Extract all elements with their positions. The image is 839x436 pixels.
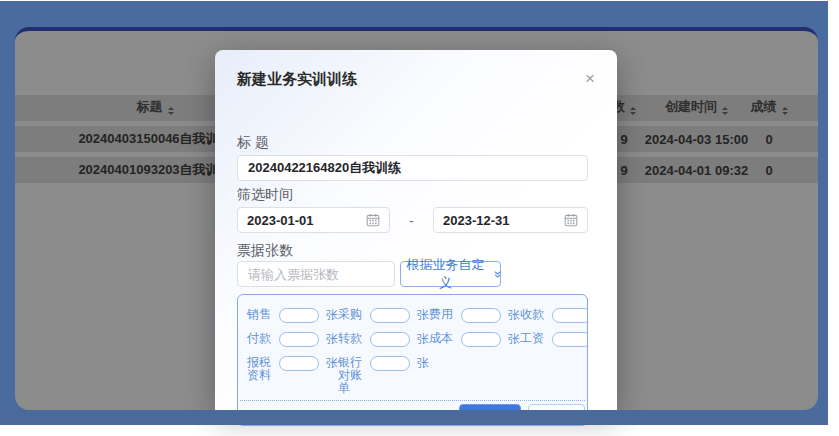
category-item: 报税资料 张 — [247, 356, 338, 395]
column-header-created-label: 创建时间 — [665, 99, 717, 114]
category-unit: 张 — [417, 356, 429, 370]
category-item: 收款 张 — [520, 308, 588, 323]
category-unit: 张 — [508, 332, 520, 346]
page-bottom-band — [0, 410, 828, 425]
close-icon[interactable]: × — [585, 70, 595, 87]
column-header-score[interactable]: 成绩 — [749, 98, 789, 118]
title-field-label: 标 题 — [237, 135, 588, 149]
category-item: 银行对账单 张 — [338, 356, 429, 395]
category-grid: 销售 张 采购 张 费用 张 收款 张 — [238, 295, 587, 395]
customize-by-business-button[interactable]: 根据业务自定义 « — [400, 261, 501, 287]
sort-icon[interactable] — [722, 104, 728, 118]
category-label: 收款 — [520, 308, 545, 321]
row-created: 2024-04-03 15:00 — [644, 132, 749, 147]
column-header-score-label: 成绩 — [751, 99, 777, 114]
sort-icon[interactable] — [782, 104, 788, 118]
category-count-input[interactable] — [279, 308, 319, 323]
time-field-label: 筛选时间 — [237, 187, 588, 201]
category-unit: 张 — [417, 332, 429, 346]
category-label: 银行对账单 — [338, 356, 363, 395]
dotted-divider — [240, 400, 585, 401]
category-label: 转款 — [338, 332, 363, 345]
category-count-input[interactable] — [370, 332, 410, 347]
category-item: 付款 张 — [247, 332, 338, 347]
category-unit: 张 — [508, 308, 520, 322]
category-label: 付款 — [247, 332, 272, 345]
category-count-input[interactable] — [461, 308, 501, 323]
category-count-input[interactable] — [552, 308, 588, 323]
category-label: 工资 — [520, 332, 545, 345]
count-row: 根据业务自定义 « — [237, 261, 588, 287]
category-item: 费用 张 — [429, 308, 520, 323]
title-input[interactable] — [237, 155, 588, 181]
category-label: 采购 — [338, 308, 363, 321]
date-range-separator: - — [390, 213, 433, 228]
sort-icon[interactable] — [630, 104, 636, 118]
category-label: 成本 — [429, 332, 454, 345]
calendar-icon — [366, 213, 380, 227]
category-count-input[interactable] — [552, 332, 588, 347]
app-viewport: 标题 数 创建时间 成绩 20240403150046自我训练 9 2024-0… — [0, 0, 839, 436]
end-date-input[interactable] — [433, 207, 588, 233]
row-created: 2024-04-01 09:32 — [644, 163, 749, 178]
category-count-input[interactable] — [370, 308, 410, 323]
bill-count-input[interactable] — [237, 261, 395, 287]
start-date-value[interactable] — [247, 213, 347, 228]
category-count-input[interactable] — [370, 356, 410, 371]
category-unit: 张 — [417, 308, 429, 322]
category-unit: 张 — [326, 308, 338, 322]
category-item: 转款 张 — [338, 332, 429, 347]
row-score: 0 — [749, 132, 789, 147]
sort-icon[interactable] — [168, 104, 174, 118]
category-item: 工资 张 — [520, 332, 588, 347]
calendar-icon — [564, 213, 578, 227]
category-label: 费用 — [429, 308, 454, 321]
dialog-title: 新建业务实训训练 — [237, 70, 357, 87]
category-unit: 张 — [326, 356, 338, 370]
category-label: 报税资料 — [247, 356, 272, 382]
start-date-input[interactable] — [237, 207, 390, 233]
row-score: 0 — [749, 163, 789, 178]
category-item: 采购 张 — [338, 308, 429, 323]
double-chevron-down-icon: « — [490, 270, 503, 277]
category-unit: 张 — [326, 332, 338, 346]
end-date-value[interactable] — [443, 213, 543, 228]
column-header-created[interactable]: 创建时间 — [644, 98, 749, 118]
category-count-input[interactable] — [279, 356, 319, 371]
category-count-input[interactable] — [461, 332, 501, 347]
count-field-label: 票据张数 — [237, 243, 588, 257]
category-item: 销售 张 — [247, 308, 338, 323]
new-training-dialog: 新建业务实训训练 × 标 题 筛选时间 - — [215, 50, 617, 412]
customize-button-label: 根据业务自定义 — [401, 256, 490, 292]
category-counts-panel: 销售 张 采购 张 费用 张 收款 张 — [237, 294, 588, 426]
category-label: 销售 — [247, 308, 272, 321]
category-count-input[interactable] — [279, 332, 319, 347]
date-range-row: - — [237, 207, 588, 233]
category-item: 成本 张 — [429, 332, 520, 347]
column-header-title-label: 标题 — [137, 99, 163, 114]
